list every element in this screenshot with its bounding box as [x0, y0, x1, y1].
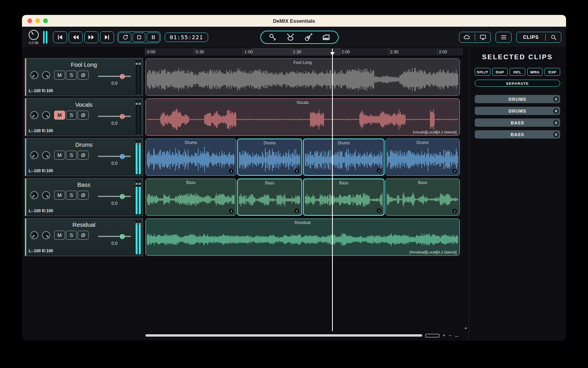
playhead-marker[interactable] — [330, 52, 335, 58]
volume-value: 0.0 — [98, 121, 131, 126]
info-icon[interactable]: i — [229, 169, 234, 173]
pan-right-knob[interactable] — [42, 231, 50, 239]
pan-left-knob[interactable] — [30, 71, 38, 79]
volume-slider-handle[interactable] — [120, 154, 125, 159]
pan-left-knob[interactable] — [30, 111, 38, 119]
phase-button[interactable]: Ø — [78, 231, 89, 240]
volume-slider-handle[interactable] — [120, 194, 125, 199]
track-color-stripe — [25, 58, 26, 96]
pan-left-knob[interactable] — [30, 151, 38, 159]
solo-button[interactable]: S — [66, 151, 77, 160]
guitar-icon[interactable] — [302, 32, 315, 43]
clip-residual[interactable]: Residual [Residual][Local][4.2 (latest)] — [145, 219, 460, 256]
volume-slider-handle[interactable] — [120, 234, 125, 239]
pan-right-knob[interactable] — [42, 191, 50, 199]
remove-clip-icon[interactable]: X — [553, 96, 559, 102]
clip-fool-long[interactable]: Fool Long — [145, 58, 460, 96]
master-volume-knob[interactable] — [29, 30, 39, 40]
clip-drums-4[interactable]: Drums i — [385, 138, 460, 176]
duplicate-button[interactable]: DUP — [492, 68, 508, 76]
close-button[interactable] — [27, 18, 32, 23]
drums-icon[interactable] — [284, 32, 297, 43]
zoom-fit-icon[interactable]: ↔ — [454, 333, 459, 337]
mute-button[interactable]: M — [54, 231, 65, 240]
stop-button[interactable] — [132, 33, 145, 42]
volume-slider-handle[interactable] — [120, 74, 125, 79]
clip-drums-3[interactable]: Drums i — [303, 138, 385, 176]
clip-vocals[interactable]: Vocals [Vocals][Local][4.2 (latest)] — [145, 98, 460, 136]
split-button[interactable]: SPLIT — [475, 68, 490, 76]
zoom-in-icon[interactable]: + — [443, 333, 445, 337]
timeline-ruler[interactable]: 0:00 0:30 1:00 1:30 2:00 2:30 3:00 — [145, 48, 463, 56]
selected-clip-item[interactable]: BASS X — [475, 130, 560, 138]
selected-clip-item[interactable]: BASS X — [475, 118, 560, 127]
clip-drums-1[interactable]: Drums i — [145, 138, 236, 176]
fast-forward-button[interactable] — [84, 31, 98, 43]
volume-slider[interactable] — [98, 116, 131, 117]
mute-button[interactable]: M — [54, 111, 65, 120]
pan-left-knob[interactable] — [30, 231, 38, 239]
volume-slider[interactable] — [98, 76, 131, 77]
solo-button[interactable]: S — [66, 71, 77, 80]
export-button[interactable]: EXP — [544, 68, 560, 76]
zoom-out-icon[interactable]: − — [448, 333, 451, 337]
phase-button[interactable]: Ø — [78, 71, 89, 80]
remove-clip-icon[interactable]: X — [553, 131, 559, 137]
skip-end-button[interactable] — [100, 31, 114, 43]
cloud-icon[interactable] — [459, 32, 475, 42]
volume-slider[interactable] — [98, 156, 131, 157]
mute-button[interactable]: M — [54, 71, 65, 80]
rewind-button[interactable] — [69, 31, 83, 43]
phase-button[interactable]: Ø — [78, 111, 89, 120]
clip-drums-2[interactable]: Drums i — [237, 138, 302, 176]
pan-left-knob[interactable] — [30, 191, 38, 199]
display-icon[interactable] — [475, 32, 490, 42]
scrollbar-track[interactable] — [145, 334, 422, 337]
pan-right-knob[interactable] — [42, 71, 50, 79]
info-icon[interactable]: i — [377, 168, 381, 173]
pan-right-knob[interactable] — [42, 151, 50, 159]
minimize-button[interactable] — [35, 18, 40, 23]
clip-bass-4[interactable]: Bass i — [385, 179, 460, 216]
pause-button[interactable] — [147, 33, 160, 42]
info-icon[interactable]: i — [294, 208, 299, 213]
clip-bass-3[interactable]: Bass i — [303, 179, 385, 216]
selected-clip-item[interactable]: DRUMS X — [475, 95, 560, 103]
solo-button[interactable]: S — [66, 191, 77, 200]
info-icon[interactable]: i — [452, 169, 457, 173]
selected-clip-item[interactable]: DRUMS X — [475, 107, 560, 115]
microphone-icon[interactable] — [266, 32, 279, 43]
delete-button[interactable]: DEL — [510, 68, 525, 76]
phase-button[interactable]: Ø — [78, 191, 89, 200]
search-icon[interactable] — [546, 32, 561, 42]
remove-clip-icon[interactable]: X — [553, 108, 559, 114]
info-icon[interactable]: i — [229, 209, 234, 213]
info-icon[interactable]: i — [452, 209, 457, 213]
solo-button[interactable]: S — [66, 231, 77, 240]
info-icon[interactable]: i — [294, 168, 299, 173]
solo-button[interactable]: S — [66, 111, 77, 120]
vertical-zoom-in-icon[interactable]: + — [464, 325, 467, 331]
phase-button[interactable]: Ø — [78, 151, 89, 160]
mute-button[interactable]: M — [54, 151, 65, 160]
mute-button[interactable]: M — [54, 191, 65, 200]
piano-icon[interactable] — [320, 32, 332, 43]
loop-button[interactable] — [118, 33, 131, 42]
clip-bass-2[interactable]: Bass i — [237, 179, 302, 216]
playhead[interactable] — [332, 49, 333, 331]
pan-right-knob[interactable] — [42, 111, 50, 119]
clips-button[interactable]: CLIPS — [517, 32, 545, 42]
zoom-range-box[interactable] — [425, 334, 439, 337]
separate-button[interactable]: SEPARATE — [475, 80, 560, 87]
zoom-button[interactable] — [43, 18, 48, 23]
remove-clip-icon[interactable]: X — [553, 120, 559, 126]
merge-button[interactable]: MRG — [527, 68, 543, 76]
menu-icon[interactable] — [496, 32, 511, 42]
clip-bass-1[interactable]: Bass i — [145, 179, 236, 216]
volume-slider-handle[interactable] — [120, 114, 125, 119]
volume-slider[interactable] — [98, 196, 131, 197]
time-display[interactable]: 01:55:221 — [165, 33, 208, 42]
volume-slider[interactable] — [98, 236, 131, 237]
skip-start-button[interactable] — [53, 31, 67, 43]
info-icon[interactable]: i — [377, 208, 381, 213]
